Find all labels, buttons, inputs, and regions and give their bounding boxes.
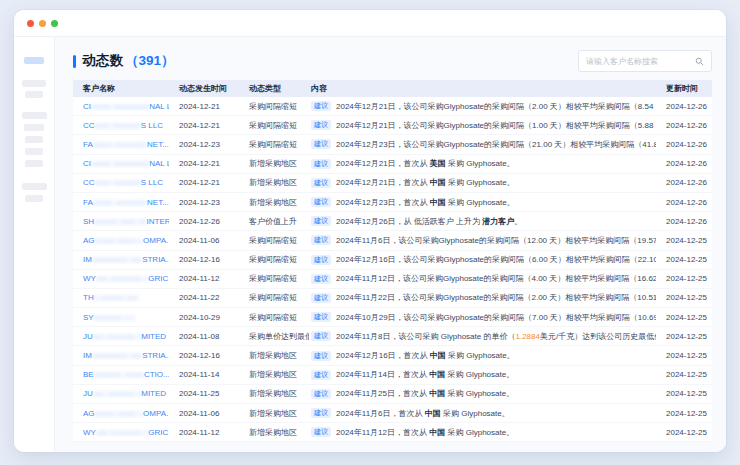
- customer-name-link[interactable]: CIxxxxx xxxxxxxxxNAL L...: [73, 159, 169, 168]
- content-text: 2024年10月29日，该公司采购Glyphosate的采购间隔（7.00 天）…: [336, 312, 656, 323]
- customer-search-input[interactable]: [586, 57, 695, 66]
- customer-name-link[interactable]: THx xxxxxx xxx: [73, 293, 169, 302]
- sidebar-item[interactable]: [25, 195, 43, 202]
- sidebar-item[interactable]: [25, 136, 43, 143]
- table-row: WYxxx xxxxxxxx xGRIC ...2024-11-12新增采购地区…: [73, 423, 712, 442]
- content-cell: 建议2024年12月23日，该公司采购Glyphosate的采购间隔（21.00…: [309, 139, 656, 150]
- content-text: 2024年11月14日，首次从 中国 采购 Glyphosate。: [336, 369, 514, 380]
- customer-name-link[interactable]: FAxxxxx xxxxxxxxNET...: [73, 140, 169, 149]
- sidebar-item[interactable]: [22, 80, 46, 87]
- dynamic-type-cell: 采购间隔缩短: [239, 292, 309, 303]
- dynamic-type-cell: 采购间隔缩短: [239, 139, 309, 150]
- customer-name-link[interactable]: SHxxxxxx xxxx xxINTER...: [73, 217, 169, 226]
- customer-name-link[interactable]: CIxxxxx xxxxxxxxxNAL L...: [73, 102, 169, 111]
- content-text: 2024年11月6日，该公司采购Glyphosate的采购间隔（12.00 天）…: [336, 235, 656, 246]
- suggestion-badge: 建议: [311, 255, 331, 265]
- customer-name-link[interactable]: JUxxx xxxxxxx xMITED: [73, 332, 169, 341]
- occurred-time-cell: 2024-12-16: [169, 351, 239, 360]
- table-row: AGxxxxx xxxxx xOMPA...2024-11-06采购间隔缩短建议…: [73, 231, 712, 250]
- customer-name-link[interactable]: CCxxxx xxxxxxxS LLC: [73, 121, 169, 130]
- content-cell: 建议2024年11月12日，该公司采购Glyphosate的采购间隔（4.00 …: [309, 273, 656, 284]
- redacted-name-segment: xxx xxxxxxxx x: [96, 274, 148, 283]
- dynamic-type-cell: 采购单价达到最低值: [239, 331, 309, 342]
- content-cell: 建议2024年12月23日，首次从 中国 采购 Glyphosate。: [309, 197, 656, 208]
- content-cell: 建议2024年12月21日，该公司采购Glyphosate的采购间隔（1.00 …: [309, 120, 656, 131]
- suggestion-badge: 建议: [311, 178, 331, 188]
- occurred-time-cell: 2024-11-12: [169, 428, 239, 437]
- occurred-time-cell: 2024-12-21: [169, 102, 239, 111]
- content-cell: 建议2024年11月25日，首次从 中国 采购 Glyphosate。: [309, 388, 656, 399]
- dynamic-type-cell: 采购间隔缩短: [239, 120, 309, 131]
- sidebar-item[interactable]: [24, 124, 44, 131]
- customer-name-link[interactable]: AGxxxxx xxxxx xOMPA...: [73, 409, 169, 418]
- sidebar-item[interactable]: [25, 148, 43, 155]
- updated-time-cell: 2024-12-26: [656, 121, 712, 130]
- suggestion-badge: 建议: [311, 120, 331, 130]
- occurred-time-cell: 2024-11-14: [169, 370, 239, 379]
- suggestion-badge: 建议: [311, 139, 331, 149]
- table-row: FAxxxxx xxxxxxxxNET...2024-12-23新增采购地区建议…: [73, 193, 712, 212]
- traffic-light-zoom-button[interactable]: [51, 20, 58, 27]
- occurred-time-cell: 2024-10-29: [169, 313, 239, 322]
- dynamic-type-cell: 新增采购地区: [239, 350, 309, 361]
- customer-name-link[interactable]: IMxxxxxxxxx xxxSTRIA...: [73, 255, 169, 264]
- redacted-name-segment: xxxxx xxxxx x: [95, 236, 143, 245]
- customer-name-link[interactable]: IMxxxxxxxxx xxxSTRIA...: [73, 351, 169, 360]
- updated-time-cell: 2024-12-26: [656, 140, 712, 149]
- table-row: JUxxx xxxxxxx xMITED2024-11-25新增采购地区建议20…: [73, 385, 712, 404]
- dynamic-type-cell: 采购间隔缩短: [239, 254, 309, 265]
- customer-name-link[interactable]: SYxxxxxxx x.x.: [73, 313, 169, 322]
- content-cell: 建议2024年12月26日，从 低活跃客户 上升为 潜力客户。: [309, 216, 656, 227]
- dynamic-type-cell: 采购间隔缩短: [239, 235, 309, 246]
- dynamics-table: 客户名称 动态发生时间 动态类型 内容 更新时间 CIxxxxx xxxxxxx…: [73, 80, 712, 442]
- sidebar-item[interactable]: [25, 160, 43, 167]
- suggestion-badge: 建议: [311, 370, 331, 380]
- content-text: 2024年11月25日，首次从 中国 采购 Glyphosate。: [336, 388, 514, 399]
- table-row: IMxxxxxxxxx xxxSTRIA...2024-12-16新增采购地区建…: [73, 346, 712, 365]
- title-accent-bar: [73, 55, 76, 68]
- customer-name-link[interactable]: CCxxxx xxxxxxxS LLC: [73, 178, 169, 187]
- content-cell: 建议2024年12月21日，首次从 美国 采购 Glyphosate。: [309, 158, 656, 169]
- customer-search-box[interactable]: [578, 50, 712, 72]
- traffic-light-minimize-button[interactable]: [39, 20, 46, 27]
- search-icon[interactable]: [695, 57, 704, 66]
- redacted-name-segment: xxxxx xxxxxxxx: [93, 198, 147, 207]
- occurred-time-cell: 2024-11-06: [169, 236, 239, 245]
- updated-time-cell: 2024-12-26: [656, 102, 712, 111]
- redacted-name-segment: xxx xxxxxxx x: [93, 389, 141, 398]
- customer-name-link[interactable]: BExxxxxxx xxxxxCTIO...: [73, 370, 169, 379]
- col-header-customer-name: 客户名称: [73, 83, 169, 94]
- table-row: CIxxxxx xxxxxxxxxNAL L...2024-12-21采购间隔缩…: [73, 97, 712, 116]
- customer-name-link[interactable]: JUxxx xxxxxxx xMITED: [73, 389, 169, 398]
- updated-time-cell: 2024-12-25: [656, 274, 712, 283]
- occurred-time-cell: 2024-11-06: [169, 409, 239, 418]
- customer-name-link[interactable]: WYxxx xxxxxxxx xGRIC ...: [73, 274, 169, 283]
- app-window: 动态数 （391） 客户名称 动态发生时间 动态类型 内容: [14, 10, 726, 452]
- sidebar-item[interactable]: [22, 112, 47, 119]
- table-row: SHxxxxxx xxxx xxINTER...2024-12-26客户价值上升…: [73, 212, 712, 231]
- suggestion-badge: 建议: [311, 197, 331, 207]
- customer-name-link[interactable]: AGxxxxx xxxxx xOMPA...: [73, 236, 169, 245]
- suggestion-badge: 建议: [311, 408, 331, 418]
- content-text: 2024年12月21日，该公司采购Glyphosate的采购间隔（2.00 天）…: [336, 101, 656, 112]
- sidebar-item[interactable]: [22, 183, 47, 190]
- redacted-name-segment: xxxxx xxxxxxxx: [93, 140, 147, 149]
- sidebar-item-active[interactable]: [24, 57, 44, 64]
- occurred-time-cell: 2024-11-08: [169, 332, 239, 341]
- traffic-light-close-button[interactable]: [27, 20, 34, 27]
- table-row: THx xxxxxx xxx2024-11-22采购间隔缩短建议2024年11月…: [73, 289, 712, 308]
- content-text: 2024年12月16日，该公司采购Glyphosate的采购间隔（6.00 天）…: [336, 254, 656, 265]
- col-header-occurred-time: 动态发生时间: [169, 83, 239, 94]
- table-row: AGxxxxx xxxxx xOMPA...2024-11-06新增采购地区建议…: [73, 404, 712, 423]
- sidebar-item[interactable]: [25, 91, 43, 98]
- redacted-name-segment: xxxxx xxxxxxxxx: [91, 159, 149, 168]
- sidebar: [14, 37, 55, 452]
- occurred-time-cell: 2024-12-23: [169, 140, 239, 149]
- customer-name-link[interactable]: WYxxx xxxxxxxx xGRIC ...: [73, 428, 169, 437]
- suggestion-badge: 建议: [311, 101, 331, 111]
- redacted-name-segment: xxxxxxxxx xxx: [92, 255, 142, 264]
- dynamic-type-cell: 采购间隔缩短: [239, 312, 309, 323]
- customer-name-link[interactable]: FAxxxxx xxxxxxxxNET...: [73, 198, 169, 207]
- occurred-time-cell: 2024-11-25: [169, 389, 239, 398]
- record-count: （391）: [125, 52, 175, 70]
